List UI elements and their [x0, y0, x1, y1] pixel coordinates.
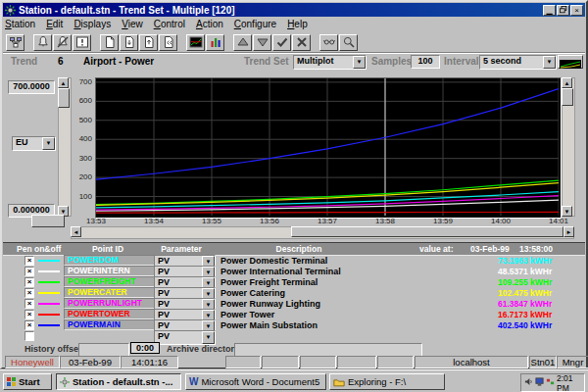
point-id-field[interactable]: POWERMAIN: [64, 319, 155, 330]
col-description: Description: [220, 244, 377, 254]
trend-plot[interactable]: [95, 77, 562, 219]
scrollbar-thumb[interactable]: [58, 88, 70, 108]
trend-set-select[interactable]: Multiplot ▼: [293, 55, 367, 70]
scrollbar-thumb[interactable]: [562, 88, 573, 106]
pen-color-sample: [38, 303, 60, 305]
interval-select[interactable]: 5 second ▼: [479, 55, 557, 70]
point-id-field[interactable]: POWERFREIGHT: [64, 276, 155, 287]
menu-edit[interactable]: Edit: [46, 19, 63, 29]
corner-button[interactable]: [31, 215, 65, 227]
parameter-select[interactable]: PV▼: [154, 330, 216, 345]
pen-description: Power Domestic Terminal: [220, 256, 327, 266]
display-icon[interactable]: [535, 377, 544, 388]
left-scrollbar[interactable]: ▲ ▼: [58, 77, 72, 217]
point-id-field[interactable]: POWERDOM: [64, 255, 155, 266]
find-icon[interactable]: [339, 34, 358, 51]
scale-max-field[interactable]: 700.0000: [8, 80, 55, 94]
chevron-down-icon[interactable]: ▼: [353, 56, 366, 69]
trend-set-detail-button[interactable]: [558, 55, 583, 69]
alarm-suppress-icon[interactable]: [53, 34, 72, 51]
point-id-field[interactable]: POWERTOWER: [64, 309, 155, 319]
scroll-up-icon[interactable]: ▲: [58, 77, 69, 88]
pen-checkbox[interactable]: ×: [24, 320, 34, 330]
menu-displays[interactable]: Displays: [74, 19, 111, 29]
raise-icon[interactable]: [233, 34, 252, 51]
menu-station[interactable]: Station: [5, 19, 35, 29]
point-id-field[interactable]: POWERRUNLIGHT: [64, 298, 155, 309]
pen-checkbox[interactable]: ×: [24, 267, 34, 276]
archive-directory-input[interactable]: [234, 343, 422, 357]
pen-color-sample: [38, 281, 60, 283]
samples-input[interactable]: 100: [411, 55, 440, 69]
task-word[interactable]: W Microsoft Word - Document5: [185, 373, 326, 390]
pen-description: Power Catering: [220, 288, 285, 298]
pen-color-sample: [38, 324, 60, 326]
start-button[interactable]: Start: [3, 373, 52, 390]
page-previous-icon[interactable]: [159, 34, 177, 51]
page-up-icon[interactable]: [139, 34, 158, 51]
pen-color-sample: [38, 260, 60, 262]
table-row: PV▼: [3, 330, 585, 341]
minimize-button[interactable]: ▁: [543, 5, 556, 16]
parameter-value: PV: [158, 256, 170, 266]
menu-control[interactable]: Control: [154, 19, 185, 29]
menu-action[interactable]: Action: [196, 19, 223, 29]
pen-checkbox[interactable]: ×: [24, 256, 34, 266]
station-icon[interactable]: [6, 34, 24, 51]
parameter-value: PV: [158, 331, 170, 341]
pen-checkbox[interactable]: ×: [24, 299, 34, 309]
lower-icon[interactable]: [253, 34, 271, 51]
scroll-right-icon[interactable]: ►: [564, 226, 574, 237]
pen-checkbox[interactable]: ×: [24, 288, 34, 298]
volume-icon[interactable]: [524, 377, 533, 388]
pen-checkbox[interactable]: [24, 331, 34, 341]
menu-help[interactable]: Help: [287, 19, 308, 29]
chevron-down-icon[interactable]: ▼: [42, 137, 55, 150]
menu-configure[interactable]: Configure: [234, 19, 276, 29]
scroll-left-icon[interactable]: ◄: [71, 226, 81, 237]
point-id-field[interactable]: POWERINTERN: [64, 266, 155, 276]
close-button[interactable]: ×: [570, 5, 583, 16]
x-tick-label: 14:01: [544, 217, 573, 225]
trend-header: Trend 6 Airport - Power Trend Set Multip…: [3, 52, 585, 71]
alarm-icon[interactable]: [33, 34, 52, 51]
x-tick-label: 13:54: [139, 217, 169, 225]
trend-number-field[interactable]: 6: [58, 56, 64, 67]
pen-checkbox[interactable]: ×: [24, 310, 34, 319]
restore-button[interactable]: [557, 5, 569, 16]
pen-color-sample: [38, 314, 60, 316]
time-scrollbar[interactable]: ◄ ►: [71, 226, 574, 239]
accept-icon[interactable]: [272, 34, 291, 51]
status-bar: Honeywell 03-Feb-99 14:01:16 localhost S…: [3, 356, 585, 368]
page-down-icon[interactable]: [120, 34, 138, 51]
taskbar: Start Station - default.stn -... W Micro…: [0, 369, 588, 392]
scroll-up-icon[interactable]: ▲: [562, 77, 572, 88]
trend-plot-svg: [96, 78, 559, 216]
acknowledge-icon[interactable]: [319, 34, 338, 51]
y-tick-label: 600: [71, 96, 92, 105]
restore-icon: [560, 6, 567, 14]
col-parameter: Parameter: [150, 244, 213, 254]
unit-select[interactable]: EU ▼: [12, 136, 56, 151]
pen-checkbox[interactable]: ×: [24, 277, 34, 287]
chevron-down-icon[interactable]: ▼: [543, 56, 556, 69]
screen: Station - default.stn - Trend Set - Mult…: [0, 0, 588, 392]
scroll-down-icon[interactable]: ▼: [562, 206, 572, 217]
trend-display-icon[interactable]: [186, 34, 205, 51]
right-scrollbar[interactable]: ▲ ▼: [562, 77, 575, 217]
x-tick-label: 13:59: [428, 217, 458, 225]
windows-logo-icon: [7, 377, 16, 386]
alarm-message-icon[interactable]: [73, 34, 91, 51]
menu-view[interactable]: View: [122, 19, 143, 29]
history-offset-input[interactable]: [78, 343, 129, 357]
scrollbar-thumb[interactable]: [291, 226, 564, 237]
page-icon[interactable]: [100, 34, 119, 51]
title-bar: Station - default.stn - Trend Set - Mult…: [3, 3, 585, 17]
task-exploring[interactable]: Exploring - F:\: [329, 373, 445, 390]
chevron-down-icon[interactable]: ▼: [202, 331, 215, 344]
cancel-icon[interactable]: [292, 34, 311, 51]
network-icon[interactable]: [546, 377, 555, 388]
group-display-icon[interactable]: [206, 34, 224, 51]
task-station[interactable]: Station - default.stn -...: [56, 373, 181, 390]
point-id-field[interactable]: POWERCATER: [64, 287, 155, 298]
